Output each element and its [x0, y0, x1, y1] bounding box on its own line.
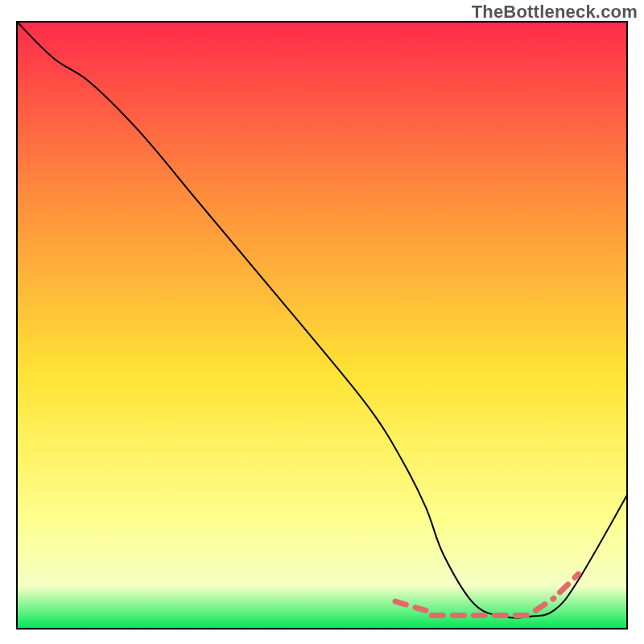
plot-area [17, 22, 627, 629]
chart-frame: TheBottleneck.com [0, 0, 644, 644]
watermark-text: TheBottleneck.com [472, 2, 638, 23]
plot-background [17, 22, 627, 629]
bottleneck-chart [0, 0, 644, 644]
